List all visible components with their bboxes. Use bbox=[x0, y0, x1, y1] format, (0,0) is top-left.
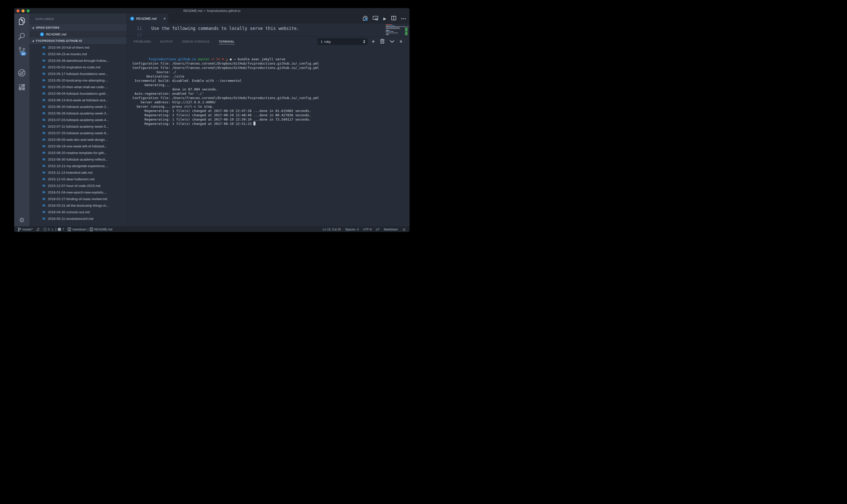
problems-indicator[interactable]: × 0 ⚠ 1 i 7 bbox=[43, 228, 64, 231]
kill-terminal-button[interactable] bbox=[380, 39, 385, 44]
titlebar: README.md — fvcproductions.github.io bbox=[14, 8, 409, 14]
file-row[interactable]: M↓ 2015-07-25-fullstack-academy-week-6..… bbox=[30, 130, 127, 136]
file-row[interactable]: M↓ 2016-02-27-binding-of-isaac-review.md bbox=[30, 196, 127, 202]
chevron-down-icon bbox=[390, 40, 394, 43]
file-row[interactable]: M↓ 2015-04-26-damehood-through-hollow... bbox=[30, 57, 127, 64]
sidebar-item-source-control[interactable]: 22 bbox=[14, 45, 30, 55]
file-row[interactable]: M↓ 2015-10-21-my-designlab-experience...… bbox=[30, 163, 127, 169]
minimap-mark bbox=[386, 30, 390, 31]
terminal-output[interactable]: fvcproductions.github.io master ✗ 3d ✖ △… bbox=[127, 46, 409, 227]
markdown-file-icon: M↓ bbox=[42, 131, 46, 134]
branch-indicator[interactable]: master* bbox=[18, 228, 33, 232]
file-row[interactable]: M↓ 2015-04-23-ai-movies.md bbox=[30, 51, 127, 57]
file-name-label: 2015-05-20-bootcamp-me-attempting-... bbox=[48, 78, 108, 82]
file-row[interactable]: M↓ 2016-01-04-new-epoch-new-exploits.... bbox=[30, 189, 127, 196]
minimap-mark bbox=[386, 34, 389, 35]
markdown-file-icon: M↓ bbox=[42, 217, 46, 220]
cursor-position[interactable]: Ln 15, Col 25 bbox=[323, 228, 341, 231]
open-preview-button[interactable] bbox=[363, 16, 368, 22]
maximize-panel-button[interactable] bbox=[390, 39, 394, 44]
encoding-indicator[interactable]: UTF-8 bbox=[363, 228, 372, 231]
eol-indicator[interactable]: LF bbox=[376, 228, 380, 231]
linter-status[interactable]: markdown | README.md bbox=[68, 228, 112, 231]
split-editor-icon bbox=[391, 16, 396, 20]
run-button[interactable]: ▶ bbox=[383, 17, 386, 20]
file-row[interactable]: M↓ 2015-08-19-one-week-left-of-fullstack… bbox=[30, 143, 127, 149]
file-row[interactable]: M↓ 2015-11-13-hrdevfest-talk.md bbox=[30, 169, 127, 176]
file-row[interactable]: M↓ 2015-05-20-bootcamp-me-attempting-... bbox=[30, 77, 127, 84]
sidebar-item-explorer[interactable] bbox=[14, 16, 30, 26]
open-editors-section-header[interactable]: OPEN EDITORS bbox=[30, 24, 127, 31]
code-editor[interactable]: 11 Use the following commands to locally… bbox=[127, 23, 409, 36]
new-terminal-button[interactable]: + bbox=[372, 39, 375, 44]
markdown-file-icon: M↓ bbox=[42, 59, 46, 62]
more-actions-button[interactable] bbox=[401, 18, 406, 19]
file-row[interactable]: M↓ 2015-08-30-fullstack-academy-reflecti… bbox=[30, 156, 127, 163]
file-row[interactable]: M↓ 2015-06-20-fullstack-academy-week-2..… bbox=[30, 103, 127, 110]
minimize-window-button[interactable] bbox=[21, 10, 24, 13]
minimap-mark bbox=[389, 31, 390, 32]
feedback-smiley-icon[interactable]: ☺ bbox=[402, 228, 406, 231]
open-preview-side-button[interactable] bbox=[373, 16, 378, 21]
file-name-label: 2016-01-04-new-epoch-new-exploits.... bbox=[48, 191, 107, 194]
file-row[interactable]: M↓ 2015-06-26-fullstack-academy-week-3..… bbox=[30, 110, 127, 116]
indentation-indicator[interactable]: Spaces: 4 bbox=[345, 228, 359, 231]
file-row[interactable]: M↓ 2015-08-20-readme-template-for-gith..… bbox=[30, 149, 127, 156]
editor-toolbar: ▶ bbox=[363, 14, 409, 23]
tab-readme[interactable]: i README.md × bbox=[127, 14, 168, 23]
sidebar-item-debug[interactable] bbox=[14, 68, 30, 78]
minimap[interactable] bbox=[384, 23, 408, 35]
close-tab-icon[interactable]: × bbox=[163, 17, 166, 21]
folder-section-header[interactable]: FVCPRODUCTIONS.GITHUB.IO bbox=[30, 37, 127, 44]
file-row[interactable]: M↓ 2015-05-20-then-what-shall-we-code-..… bbox=[30, 84, 127, 90]
zoom-window-button[interactable] bbox=[27, 10, 30, 13]
close-panel-button[interactable]: × bbox=[400, 39, 403, 44]
sidebar-item-search[interactable] bbox=[14, 31, 30, 41]
file-row[interactable]: M↓ 2015-08-05-web-dev-and-web-design... bbox=[30, 136, 127, 143]
markdown-file-icon: M↓ bbox=[42, 98, 46, 102]
settings-button[interactable]: ⚙ bbox=[14, 215, 30, 225]
file-row[interactable]: M↓ 2015-07-03-fullstack-academy-week-4..… bbox=[30, 116, 127, 123]
panel-tab[interactable]: OUTPUT bbox=[160, 40, 173, 43]
tab-strip: i README.md × bbox=[127, 14, 409, 23]
file-row[interactable]: M↓ 2015-05-17-fullstack-foundations-wee.… bbox=[30, 70, 127, 77]
file-row[interactable]: M↓ 2016-05-11-revolutionconf.md bbox=[30, 215, 127, 222]
markdown-file-icon: M↓ bbox=[42, 118, 46, 121]
terminal-line: Regenerating: 1 file(s) changed at 2017-… bbox=[133, 109, 409, 113]
bottom-panel: PROBLEMSOUTPUTDEBUG CONSOLE TERMINAL 1: … bbox=[127, 36, 409, 227]
sync-button[interactable] bbox=[36, 228, 40, 231]
terminal-line: Regenerating: 1 file(s) changed at 2017-… bbox=[133, 117, 409, 122]
file-row[interactable]: M↓ 2015-05-02-inspiration-to-code.md bbox=[30, 64, 127, 70]
file-name-label: 2016-02-27-binding-of-isaac-review.md bbox=[48, 197, 107, 201]
language-mode-indicator[interactable]: Markdown bbox=[384, 228, 398, 231]
file-row[interactable]: M↓ 2015-07-11-fullstack-academy-week-5..… bbox=[30, 123, 127, 130]
terminal-last-line-text: Regenerating: 1 file(s) changed at 2017-… bbox=[133, 122, 253, 126]
file-name-label: 2015-11-13-hrdevfest-talk.md bbox=[48, 171, 92, 175]
panel-tab-terminal[interactable]: TERMINAL bbox=[219, 40, 235, 44]
file-row[interactable]: M↓ 2016-03-31-all-the-bootcamp-things.m.… bbox=[30, 202, 127, 209]
file-row[interactable]: M↓ 2015-12-07-hour-of-code-2015.md bbox=[30, 182, 127, 189]
sidebar-item-extensions[interactable] bbox=[14, 83, 30, 93]
file-row[interactable]: M↓ 2016-04-30-schools-out.md bbox=[30, 209, 127, 215]
panel-tab[interactable]: PROBLEMS bbox=[134, 40, 151, 43]
prompt-segment bbox=[224, 57, 226, 61]
file-tree: M↓ 2015-04-20-full-of-them.md M↓ 2015-04… bbox=[30, 44, 127, 227]
file-row[interactable]: M↓ 2015-06-04-fullstack-foundations-gold… bbox=[30, 90, 127, 97]
file-name-label: 2015-06-04-fullstack-foundations-gold... bbox=[48, 92, 108, 95]
markdown-file-icon: M↓ bbox=[42, 197, 46, 200]
panel-tab[interactable]: DEBUG CONSOLE bbox=[182, 40, 210, 43]
open-editor-readme[interactable]: i README.md bbox=[30, 31, 127, 37]
terminal-instance-select[interactable]: 1: ruby bbox=[318, 38, 368, 45]
split-editor-button[interactable] bbox=[391, 16, 396, 21]
file-row[interactable]: M↓ 2015-12-02-dear-holberton.md bbox=[30, 176, 127, 182]
terminal-line: Generating... bbox=[133, 83, 409, 87]
terminal-line: Regenerating: 2 file(s) changed at 2017-… bbox=[133, 113, 409, 117]
prompt-segment: ✖ bbox=[222, 57, 224, 61]
minimap-mark bbox=[386, 27, 400, 28]
terminal-line: Source: ./ bbox=[133, 70, 409, 74]
file-name-label: 2015-08-05-web-dev-and-web-design... bbox=[48, 138, 108, 142]
file-row[interactable]: M↓ 2015-06-13-first-week-at-fullstack-ac… bbox=[30, 97, 127, 103]
close-window-button[interactable] bbox=[16, 10, 19, 13]
minimap-mark bbox=[391, 31, 393, 32]
file-row[interactable]: M↓ 2015-04-20-full-of-them.md bbox=[30, 44, 127, 51]
